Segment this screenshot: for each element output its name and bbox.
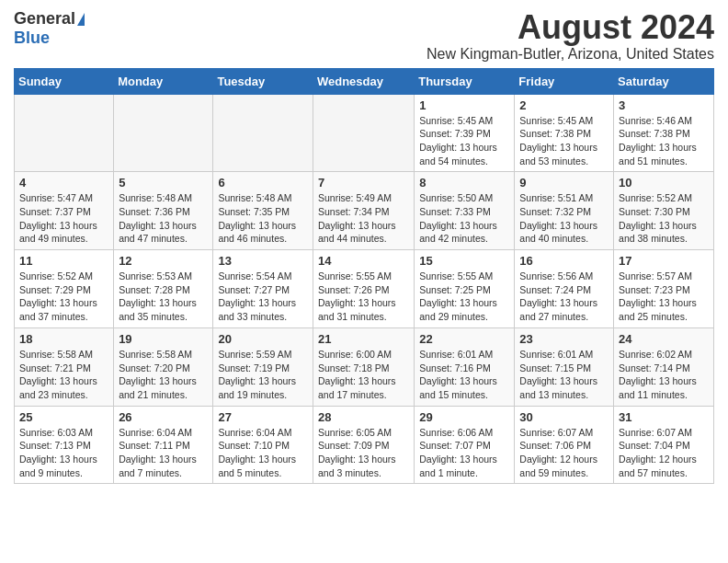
day-number: 5 [119, 176, 208, 190]
day-number: 16 [519, 254, 609, 268]
day-number: 3 [619, 98, 709, 112]
day-number: 22 [419, 332, 509, 346]
calendar-cell: 16Sunrise: 5:56 AM Sunset: 7:24 PM Dayli… [515, 250, 614, 328]
calendar-cell: 11Sunrise: 5:52 AM Sunset: 7:29 PM Dayli… [15, 250, 114, 328]
day-of-week-header: Saturday [614, 68, 714, 94]
calendar-cell: 7Sunrise: 5:49 AM Sunset: 7:34 PM Daylig… [313, 172, 414, 250]
day-info: Sunrise: 5:48 AM Sunset: 7:35 PM Dayligh… [218, 191, 308, 246]
logo-general-text: General [14, 9, 75, 29]
calendar-cell: 4Sunrise: 5:47 AM Sunset: 7:37 PM Daylig… [15, 172, 114, 250]
calendar-cell: 30Sunrise: 6:07 AM Sunset: 7:06 PM Dayli… [515, 406, 614, 484]
calendar-cell: 19Sunrise: 5:58 AM Sunset: 7:20 PM Dayli… [114, 327, 213, 406]
day-info: Sunrise: 6:07 AM Sunset: 7:04 PM Dayligh… [619, 426, 709, 480]
day-number: 24 [619, 332, 709, 346]
calendar-cell: 6Sunrise: 5:48 AM Sunset: 7:35 PM Daylig… [213, 172, 313, 250]
calendar-week-row: 25Sunrise: 6:03 AM Sunset: 7:13 PM Dayli… [15, 406, 714, 484]
calendar-cell [15, 94, 114, 172]
day-info: Sunrise: 5:55 AM Sunset: 7:25 PM Dayligh… [419, 270, 509, 324]
calendar-cell: 24Sunrise: 6:02 AM Sunset: 7:14 PM Dayli… [614, 327, 714, 406]
day-number: 7 [318, 176, 409, 190]
calendar-cell: 13Sunrise: 5:54 AM Sunset: 7:27 PM Dayli… [213, 250, 313, 328]
calendar-cell [313, 94, 414, 172]
day-of-week-header: Tuesday [213, 68, 313, 94]
day-number: 29 [419, 410, 509, 424]
calendar-cell: 8Sunrise: 5:50 AM Sunset: 7:33 PM Daylig… [415, 172, 515, 250]
day-info: Sunrise: 6:06 AM Sunset: 7:07 PM Dayligh… [419, 426, 509, 480]
day-info: Sunrise: 5:52 AM Sunset: 7:30 PM Dayligh… [619, 191, 709, 246]
calendar-cell: 5Sunrise: 5:48 AM Sunset: 7:36 PM Daylig… [114, 172, 213, 250]
day-info: Sunrise: 5:58 AM Sunset: 7:21 PM Dayligh… [19, 348, 108, 402]
day-number: 31 [619, 410, 709, 424]
day-of-week-header: Friday [515, 68, 614, 94]
calendar-cell: 31Sunrise: 6:07 AM Sunset: 7:04 PM Dayli… [614, 406, 714, 484]
calendar-cell: 12Sunrise: 5:53 AM Sunset: 7:28 PM Dayli… [114, 250, 213, 328]
day-info: Sunrise: 6:01 AM Sunset: 7:15 PM Dayligh… [519, 348, 609, 402]
day-info: Sunrise: 5:50 AM Sunset: 7:33 PM Dayligh… [419, 191, 509, 246]
header: General Blue August 2024 New Kingman-But… [14, 9, 714, 63]
calendar-cell: 23Sunrise: 6:01 AM Sunset: 7:15 PM Dayli… [515, 327, 614, 406]
logo: General Blue [14, 9, 85, 48]
calendar-cell: 14Sunrise: 5:55 AM Sunset: 7:26 PM Dayli… [313, 250, 414, 328]
calendar-week-row: 18Sunrise: 5:58 AM Sunset: 7:21 PM Dayli… [15, 327, 714, 406]
calendar-header-row: SundayMondayTuesdayWednesdayThursdayFrid… [15, 68, 714, 94]
calendar-week-row: 4Sunrise: 5:47 AM Sunset: 7:37 PM Daylig… [15, 172, 714, 250]
day-info: Sunrise: 6:01 AM Sunset: 7:16 PM Dayligh… [419, 348, 509, 402]
day-info: Sunrise: 5:59 AM Sunset: 7:19 PM Dayligh… [218, 348, 308, 402]
day-of-week-header: Thursday [415, 68, 515, 94]
calendar-table: SundayMondayTuesdayWednesdayThursdayFrid… [14, 68, 714, 485]
calendar-cell: 29Sunrise: 6:06 AM Sunset: 7:07 PM Dayli… [415, 406, 515, 484]
day-info: Sunrise: 5:47 AM Sunset: 7:37 PM Dayligh… [19, 191, 108, 246]
day-number: 10 [619, 176, 709, 190]
day-number: 18 [19, 332, 108, 346]
day-info: Sunrise: 5:49 AM Sunset: 7:34 PM Dayligh… [318, 191, 409, 246]
day-number: 15 [419, 254, 509, 268]
day-info: Sunrise: 6:07 AM Sunset: 7:06 PM Dayligh… [519, 426, 609, 480]
day-of-week-header: Wednesday [313, 68, 414, 94]
day-number: 1 [419, 98, 509, 112]
day-info: Sunrise: 6:02 AM Sunset: 7:14 PM Dayligh… [619, 348, 709, 402]
calendar-cell: 18Sunrise: 5:58 AM Sunset: 7:21 PM Dayli… [15, 327, 114, 406]
day-number: 6 [218, 176, 308, 190]
day-number: 21 [318, 332, 409, 346]
day-info: Sunrise: 5:58 AM Sunset: 7:20 PM Dayligh… [119, 348, 208, 402]
day-info: Sunrise: 6:04 AM Sunset: 7:10 PM Dayligh… [218, 426, 308, 480]
calendar-cell: 1Sunrise: 5:45 AM Sunset: 7:39 PM Daylig… [415, 94, 515, 172]
calendar-cell: 21Sunrise: 6:00 AM Sunset: 7:18 PM Dayli… [313, 327, 414, 406]
day-number: 17 [619, 254, 709, 268]
calendar-week-row: 1Sunrise: 5:45 AM Sunset: 7:39 PM Daylig… [15, 94, 714, 172]
day-number: 13 [218, 254, 308, 268]
main-title: August 2024 [427, 9, 714, 46]
day-info: Sunrise: 5:56 AM Sunset: 7:24 PM Dayligh… [519, 270, 609, 324]
day-info: Sunrise: 5:55 AM Sunset: 7:26 PM Dayligh… [318, 270, 409, 324]
day-info: Sunrise: 5:45 AM Sunset: 7:38 PM Dayligh… [519, 114, 609, 168]
day-info: Sunrise: 5:45 AM Sunset: 7:39 PM Dayligh… [419, 114, 509, 168]
day-number: 14 [318, 254, 409, 268]
calendar-week-row: 11Sunrise: 5:52 AM Sunset: 7:29 PM Dayli… [15, 250, 714, 328]
title-area: August 2024 New Kingman-Butler, Arizona,… [427, 9, 714, 63]
day-info: Sunrise: 6:05 AM Sunset: 7:09 PM Dayligh… [318, 426, 409, 480]
calendar-cell: 17Sunrise: 5:57 AM Sunset: 7:23 PM Dayli… [614, 250, 714, 328]
day-number: 26 [119, 410, 208, 424]
logo-icon [77, 13, 85, 26]
calendar-cell: 3Sunrise: 5:46 AM Sunset: 7:38 PM Daylig… [614, 94, 714, 172]
calendar-cell: 25Sunrise: 6:03 AM Sunset: 7:13 PM Dayli… [15, 406, 114, 484]
day-info: Sunrise: 5:48 AM Sunset: 7:36 PM Dayligh… [119, 191, 208, 246]
calendar-cell: 10Sunrise: 5:52 AM Sunset: 7:30 PM Dayli… [614, 172, 714, 250]
day-number: 12 [119, 254, 208, 268]
subtitle: New Kingman-Butler, Arizona, United Stat… [427, 46, 714, 63]
day-info: Sunrise: 5:51 AM Sunset: 7:32 PM Dayligh… [519, 191, 609, 246]
day-info: Sunrise: 6:04 AM Sunset: 7:11 PM Dayligh… [119, 426, 208, 480]
calendar-body: 1Sunrise: 5:45 AM Sunset: 7:39 PM Daylig… [15, 94, 714, 484]
day-number: 8 [419, 176, 509, 190]
day-info: Sunrise: 5:57 AM Sunset: 7:23 PM Dayligh… [619, 270, 709, 324]
day-info: Sunrise: 5:46 AM Sunset: 7:38 PM Dayligh… [619, 114, 709, 168]
calendar-cell: 26Sunrise: 6:04 AM Sunset: 7:11 PM Dayli… [114, 406, 213, 484]
day-number: 30 [519, 410, 609, 424]
day-info: Sunrise: 5:54 AM Sunset: 7:27 PM Dayligh… [218, 270, 308, 324]
day-number: 9 [519, 176, 609, 190]
day-number: 25 [19, 410, 108, 424]
day-number: 19 [119, 332, 208, 346]
day-number: 23 [519, 332, 609, 346]
calendar-cell: 28Sunrise: 6:05 AM Sunset: 7:09 PM Dayli… [313, 406, 414, 484]
calendar-cell: 20Sunrise: 5:59 AM Sunset: 7:19 PM Dayli… [213, 327, 313, 406]
